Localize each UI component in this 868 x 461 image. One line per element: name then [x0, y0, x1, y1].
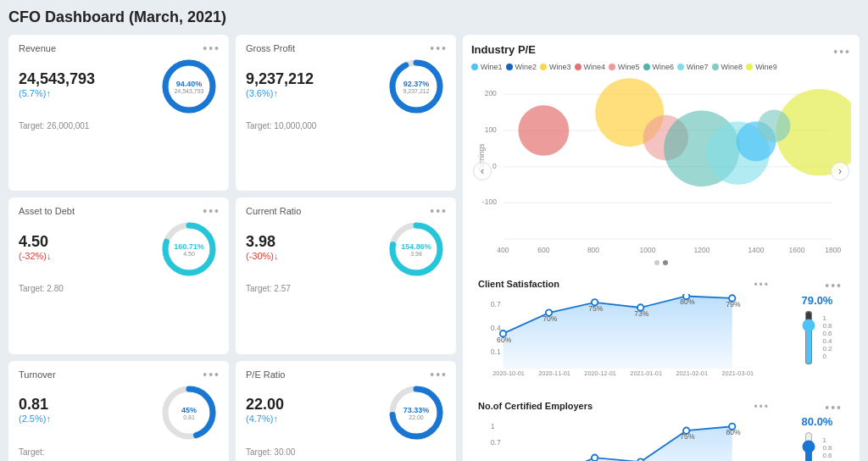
turnover-label: Turnover — [19, 369, 219, 380]
revenue-values: 24,543,793 (5.7%)↑ — [19, 70, 95, 103]
pe-ratio-target: Target: 30.00 — [246, 447, 446, 457]
industry-pe-title: Industry P/E — [471, 43, 536, 56]
gross-profit-menu[interactable]: ••• — [430, 42, 448, 55]
industry-pe-menu[interactable]: ••• — [833, 45, 851, 58]
dot-1[interactable] — [654, 260, 659, 265]
current-ratio-label: Current Ratio — [246, 206, 446, 216]
revenue-metric-row: 24,543,793 (5.7%)↑ 94.40% 24,543,793 — [19, 57, 219, 116]
pe-ratio-label: P/E Ratio — [246, 369, 446, 380]
dot-indicators — [471, 260, 851, 265]
legend-dot-wine5 — [609, 64, 615, 70]
asset-to-debt-gauge-label: 160.71% 4.50 — [174, 242, 204, 257]
legend-wine3: Wine3 — [540, 63, 571, 71]
revenue-change: (5.7%)↑ — [19, 88, 95, 98]
turnover-change: (2.5%)↑ — [19, 414, 51, 424]
legend-dot-wine7 — [677, 64, 684, 70]
asset-to-debt-menu[interactable]: ••• — [203, 204, 220, 218]
svg-text:1: 1 — [491, 421, 495, 430]
turnover-menu[interactable]: ••• — [203, 368, 220, 381]
client-slider-row: 1 0.8 0.6 0.4 0.2 0 — [802, 310, 832, 365]
current-ratio-target: Target: 2.57 — [246, 284, 446, 293]
svg-text:2020-11-01: 2020-11-01 — [538, 369, 570, 377]
main-grid: Revenue ••• 24,543,793 (5.7%)↑ 94.40% 24… — [8, 35, 860, 461]
svg-text:0.7: 0.7 — [491, 300, 501, 308]
client-satisfaction-title: Client Satisfaction — [478, 279, 559, 291]
dot-2[interactable] — [663, 260, 668, 265]
current-ratio-gauge-label: 154.86% 3.98 — [401, 242, 431, 257]
turnover-gauge-pct: 45% — [181, 405, 197, 414]
current-ratio-value: 3.98 — [246, 233, 279, 251]
current-ratio-gauge: 154.86% 3.98 — [387, 219, 446, 279]
certified-slider-card: ••• 80.0% 1 0.8 0.6 0.4 0.2 0 — [783, 394, 851, 461]
current-ratio-change: (-30%)↓ — [246, 251, 279, 261]
revenue-gauge-label: 94.40% 24,543,793 — [174, 80, 203, 94]
gross-profit-value: 9,237,212 — [246, 70, 314, 88]
legend-dot-wine1 — [471, 64, 478, 70]
gross-profit-values: 9,237,212 (3.6%)↑ — [246, 70, 314, 103]
legend-dot-wine4 — [575, 64, 581, 70]
gross-profit-gauge-label: 92.37% 9,237,212 — [403, 80, 429, 94]
legend-wine6: Wine6 — [643, 63, 675, 71]
client-satisfaction-menu[interactable]: ••• — [754, 279, 770, 291]
client-satisfaction-card: Client Satisfaction ••• 0.7 0.4 0.1 — [471, 272, 776, 386]
bubble-nav-right[interactable]: › — [831, 162, 849, 181]
turnover-gauge-label: 45% 0.81 — [181, 405, 197, 419]
pe-ratio-values: 22.00 (4.7%)↑ — [246, 396, 284, 429]
certified-employers-menu[interactable]: ••• — [754, 401, 770, 413]
current-ratio-gauge-pct: 154.86% — [401, 242, 431, 251]
svg-text:75%: 75% — [588, 304, 604, 313]
asset-to-debt-gauge-sub: 4.50 — [174, 251, 204, 257]
gross-profit-target: Target: 10,000,000 — [246, 121, 446, 131]
svg-text:200: 200 — [485, 89, 497, 97]
revenue-gauge-pct: 94.40% — [174, 80, 203, 88]
svg-text:0.1: 0.1 — [491, 348, 501, 357]
legend-dot-wine8 — [712, 64, 719, 70]
svg-text:400: 400 — [497, 246, 509, 254]
asset-to-debt-values: 4.50 (-32%)↓ — [19, 233, 52, 266]
current-ratio-gauge-sub: 3.98 — [401, 251, 431, 257]
svg-text:2020-12-01: 2020-12-01 — [584, 369, 616, 377]
svg-text:2021-01-01: 2021-01-01 — [630, 369, 662, 377]
revenue-menu[interactable]: ••• — [203, 42, 220, 55]
turnover-target: Target: — [19, 447, 219, 457]
svg-text:0.4: 0.4 — [491, 324, 501, 332]
certified-slider-input[interactable] — [802, 431, 815, 461]
client-slider-menu[interactable]: ••• — [825, 279, 843, 292]
svg-text:1400: 1400 — [748, 246, 765, 254]
svg-text:0.7: 0.7 — [491, 438, 501, 447]
client-slider-labels: 1 0.8 0.6 0.4 0.2 0 — [822, 314, 832, 360]
asset-to-debt-card: Asset to Debt ••• 4.50 (-32%)↓ 160.71% 4… — [8, 197, 229, 353]
asset-to-debt-metric-row: 4.50 (-32%)↓ 160.71% 4.50 — [19, 219, 219, 279]
svg-text:75%: 75% — [680, 432, 695, 441]
asset-to-debt-value: 4.50 — [19, 233, 52, 251]
pe-ratio-gauge: 73.33% 22.00 — [387, 383, 446, 442]
client-slider-card: ••• 79.0% 1 0.8 0.6 0.4 0.2 0 — [783, 272, 851, 386]
current-ratio-menu[interactable]: ••• — [430, 204, 448, 218]
gross-profit-gauge: 92.37% 9,237,212 — [387, 57, 446, 116]
legend-wine4: Wine4 — [575, 63, 606, 71]
svg-text:800: 800 — [587, 246, 599, 254]
current-ratio-card: Current Ratio ••• 3.98 (-30%)↓ 154.86% 3… — [236, 197, 456, 353]
certified-employers-title: No.of Certified Employers — [478, 401, 593, 413]
svg-text:2020-10-01: 2020-10-01 — [492, 369, 525, 377]
svg-text:79%: 79% — [726, 300, 741, 308]
pe-ratio-menu[interactable]: ••• — [430, 368, 448, 381]
certified-employers-card: No.of Certified Employers ••• 1 0.7 0.4 … — [471, 394, 776, 461]
turnover-value: 0.81 — [19, 396, 51, 414]
svg-text:2021-03-01: 2021-03-01 — [721, 369, 754, 377]
svg-text:0: 0 — [492, 162, 497, 170]
industry-pe-card: Industry P/E ••• Wine1 Wine2 Wine3 — [463, 35, 860, 461]
legend-dot-wine3 — [540, 64, 547, 70]
asset-to-debt-gauge-pct: 160.71% — [174, 242, 204, 251]
legend-dot-wine9 — [746, 64, 753, 70]
gross-profit-gauge-pct: 92.37% — [403, 80, 429, 88]
svg-marker-33 — [503, 297, 732, 369]
client-slider-input[interactable] — [802, 310, 815, 365]
certified-slider-menu[interactable]: ••• — [825, 401, 843, 414]
asset-to-debt-gauge: 160.71% 4.50 — [159, 219, 219, 279]
legend-wine7: Wine7 — [677, 63, 709, 71]
legend-wine1: Wine1 — [471, 63, 503, 71]
gross-profit-metric-row: 9,237,212 (3.6%)↑ 92.37% 9,237,212 — [246, 57, 446, 116]
dashboard: CFO Dashboard (March, 2021) Revenue ••• … — [8, 8, 860, 461]
bubble-nav-left[interactable]: ‹ — [473, 162, 492, 181]
